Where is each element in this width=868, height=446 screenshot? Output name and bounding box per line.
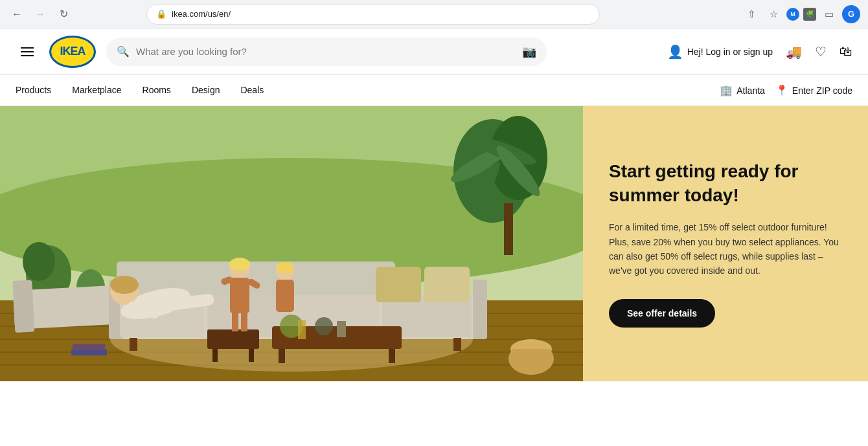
svg-point-52 — [229, 258, 250, 271]
svg-rect-57 — [241, 312, 247, 331]
location-icon: 📍 — [775, 84, 788, 96]
svg-rect-38 — [249, 349, 254, 362]
svg-rect-35 — [424, 267, 470, 302]
google-meet-extension[interactable]: M — [786, 8, 799, 21]
nav-rooms[interactable]: Rooms — [132, 75, 181, 106]
address-bar[interactable]: 🔒 ikea.com/us/en/ — [146, 4, 600, 25]
hamburger-line-1 — [21, 47, 34, 49]
svg-point-44 — [315, 317, 333, 335]
hero-scene-svg — [0, 106, 583, 381]
svg-rect-56 — [232, 312, 238, 331]
hero-cta-button[interactable]: See offer details — [609, 299, 715, 328]
zip-entry[interactable]: 📍 Enter ZIP code — [775, 84, 852, 96]
zip-label: Enter ZIP code — [792, 85, 852, 96]
ikea-logo-text: IKEA — [60, 45, 85, 58]
share-button[interactable]: ⇧ — [742, 5, 760, 23]
svg-point-48 — [110, 276, 139, 294]
svg-rect-43 — [298, 320, 306, 339]
hamburger-button[interactable] — [16, 42, 39, 61]
svg-rect-63 — [512, 349, 551, 359]
store-selector[interactable]: 🏢 Atlanta — [720, 84, 765, 96]
ikea-logo-inner: IKEA — [51, 38, 94, 66]
svg-rect-34 — [376, 267, 421, 302]
login-label: Hej! Log in or sign up — [687, 47, 773, 57]
hero-image — [0, 106, 583, 381]
bookmark-button[interactable]: ☆ — [764, 5, 782, 23]
search-input[interactable] — [136, 46, 516, 57]
hamburger-line-2 — [21, 51, 34, 52]
heart-icon: ♡ — [815, 44, 827, 60]
store-icon: 🏢 — [720, 84, 733, 96]
delivery-button[interactable]: 🚚 — [786, 44, 802, 60]
svg-point-11 — [23, 242, 55, 281]
login-button[interactable]: 👤 Hej! Log in or sign up — [667, 44, 773, 60]
svg-rect-28 — [130, 338, 137, 351]
svg-rect-23 — [12, 280, 34, 332]
nav-items: Products Marketplace Rooms Design Deals — [16, 75, 720, 106]
lock-icon: 🔒 — [156, 9, 166, 19]
profile-button[interactable]: G — [842, 5, 860, 23]
ikea-nav: Products Marketplace Rooms Design Deals … — [0, 75, 868, 106]
browser-actions: ⇧ ☆ M 🧩 ▭ G — [742, 5, 860, 23]
search-icon: 🔍 — [117, 45, 130, 58]
search-bar[interactable]: 🔍 📷 — [106, 38, 547, 66]
truck-icon: 🚚 — [786, 44, 802, 60]
window-button[interactable]: ▭ — [820, 5, 838, 23]
ikea-header: IKEA 🔍 📷 👤 Hej! Log in or sign up 🚚 ♡ 🛍 — [0, 28, 868, 75]
svg-rect-36 — [207, 329, 259, 349]
svg-point-59 — [276, 262, 294, 273]
cart-button[interactable]: 🛍 — [839, 44, 852, 59]
hero-section: Start getting ready for summer today! Fo… — [0, 106, 868, 381]
ikea-logo[interactable]: IKEA — [49, 36, 96, 68]
svg-rect-37 — [212, 349, 218, 362]
forward-button[interactable]: → — [31, 5, 49, 23]
ikea-site: IKEA 🔍 📷 👤 Hej! Log in or sign up 🚚 ♡ 🛍 — [0, 28, 868, 381]
store-name: Atlanta — [737, 85, 765, 96]
svg-rect-65 — [73, 344, 105, 350]
svg-rect-40 — [279, 349, 285, 363]
nav-marketplace[interactable]: Marketplace — [62, 75, 131, 106]
url-text: ikea.com/us/en/ — [172, 9, 590, 19]
cart-icon: 🛍 — [839, 44, 852, 59]
svg-rect-27 — [473, 280, 487, 339]
svg-rect-29 — [453, 338, 461, 351]
nav-deals[interactable]: Deals — [230, 75, 274, 106]
camera-search-button[interactable]: 📷 — [522, 45, 536, 59]
header-actions: 👤 Hej! Log in or sign up 🚚 ♡ 🛍 — [667, 44, 852, 60]
svg-rect-17 — [504, 203, 513, 255]
svg-rect-53 — [230, 278, 249, 313]
hamburger-line-3 — [21, 55, 34, 56]
svg-rect-41 — [389, 349, 395, 363]
browser-chrome: ← → ↻ 🔒 ikea.com/us/en/ ⇧ ☆ M 🧩 ▭ G — [0, 0, 868, 28]
back-button[interactable]: ← — [8, 5, 26, 23]
hero-body: For a limited time, get 15% off select o… — [609, 220, 842, 278]
nav-design[interactable]: Design — [181, 75, 231, 106]
svg-rect-45 — [337, 321, 346, 337]
svg-rect-60 — [276, 280, 294, 312]
wishlist-button[interactable]: ♡ — [815, 44, 827, 60]
nav-products[interactable]: Products — [16, 75, 62, 106]
reload-button[interactable]: ↻ — [54, 5, 73, 23]
extensions-button[interactable]: 🧩 — [803, 8, 816, 21]
hero-title: Start getting ready for summer today! — [609, 160, 842, 207]
nav-right: 🏢 Atlanta 📍 Enter ZIP code — [720, 84, 852, 96]
person-icon: 👤 — [667, 44, 683, 60]
hero-text-panel: Start getting ready for summer today! Fo… — [583, 106, 868, 381]
